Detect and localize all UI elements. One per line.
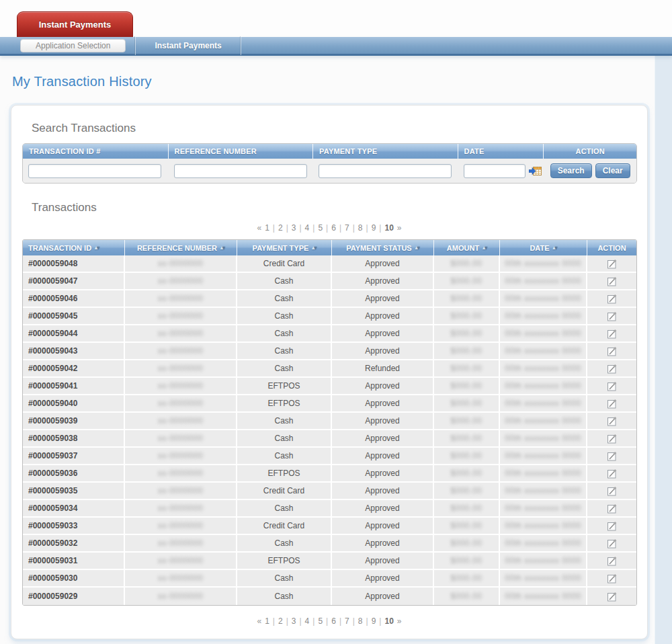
pagination-page-2[interactable]: 2: [278, 616, 283, 626]
payment-status-cell: Approved: [332, 518, 434, 534]
header-payment-status[interactable]: PAYMENT STATUS: [332, 240, 434, 255]
pagination-page-10[interactable]: 10: [384, 616, 393, 626]
payment-type-input[interactable]: [319, 164, 452, 178]
edit-icon[interactable]: [607, 486, 617, 496]
pagination-prev[interactable]: «: [257, 223, 261, 233]
payment-type-cell: Credit Card: [237, 483, 332, 499]
edit-icon[interactable]: [607, 451, 617, 461]
date-cell: 00th xxxxxxxx 0000: [500, 343, 587, 359]
window-right-gutter: [655, 0, 672, 644]
action-cell: [587, 273, 636, 289]
header-reference-number[interactable]: REFERENCE NUMBER: [125, 240, 237, 255]
calendar-icon[interactable]: [529, 166, 542, 176]
transaction-id-cell: #0000059038: [23, 430, 125, 446]
instant-payments-app-tab[interactable]: Instant Payments: [17, 11, 133, 37]
pagination-page-7[interactable]: 7: [345, 223, 349, 233]
edit-icon[interactable]: [607, 469, 617, 479]
header-date[interactable]: DATE: [500, 240, 587, 255]
redacted-date: 00th xxxxxxxx 0000: [505, 592, 581, 601]
pagination-page-4[interactable]: 4: [305, 223, 310, 233]
table-row: #0000059034 xx-0000000 Cash Approved $00…: [23, 500, 636, 518]
payment-type-cell: EFTPOS: [237, 378, 332, 394]
payment-type-cell: Cash: [237, 290, 332, 307]
edit-icon[interactable]: [607, 329, 617, 339]
edit-icon[interactable]: [607, 311, 617, 321]
redacted-amount: $000.00: [451, 573, 482, 583]
edit-icon[interactable]: [607, 276, 617, 286]
redacted-date: 00th xxxxxxxx 0000: [505, 399, 581, 408]
sort-up-down-icon[interactable]: [553, 245, 557, 251]
header-amount[interactable]: AMOUNT: [434, 240, 500, 255]
pagination-prev[interactable]: «: [257, 616, 261, 626]
edit-icon[interactable]: [607, 556, 617, 566]
pagination-separator: |: [379, 616, 381, 626]
search-form: TRANSACTION ID # REFERENCE NUMBER PAYMEN…: [22, 143, 637, 184]
edit-icon[interactable]: [607, 294, 617, 304]
pagination-next[interactable]: »: [397, 616, 402, 626]
header-payment-type[interactable]: PAYMENT TYPE: [237, 240, 332, 255]
redacted-amount: $000.00: [451, 521, 482, 530]
redacted-reference: xx-0000000: [158, 259, 204, 268]
transaction-id-cell: #0000059039: [23, 413, 125, 429]
edit-icon[interactable]: [607, 416, 617, 426]
header-label: PAYMENT TYPE: [253, 244, 309, 252]
edit-icon[interactable]: [607, 381, 617, 391]
transaction-id-cell: #0000059031: [23, 553, 125, 569]
nav-item-instant-payments[interactable]: Instant Payments: [136, 41, 240, 50]
action-cell: [587, 535, 636, 551]
edit-icon[interactable]: [607, 259, 617, 269]
pagination-separator: |: [353, 223, 355, 233]
amount-cell: $000.00: [434, 465, 500, 481]
transaction-id-input[interactable]: [28, 164, 161, 178]
amount-cell: $000.00: [434, 343, 500, 359]
edit-icon[interactable]: [607, 434, 617, 444]
reference-number-cell: xx-0000000: [125, 535, 237, 551]
pagination-page-8[interactable]: 8: [358, 616, 363, 626]
date-input[interactable]: [464, 164, 526, 178]
pagination-page-3[interactable]: 3: [292, 223, 296, 233]
sort-up-down-icon[interactable]: [220, 245, 224, 251]
edit-icon[interactable]: [607, 346, 617, 356]
sort-up-down-icon[interactable]: [312, 245, 316, 251]
sort-up-down-icon[interactable]: [415, 245, 419, 251]
edit-icon[interactable]: [607, 592, 617, 602]
edit-icon[interactable]: [607, 538, 617, 549]
search-button[interactable]: Search: [550, 163, 592, 178]
pagination-page-5[interactable]: 5: [318, 616, 323, 626]
transaction-id-cell: #0000059037: [23, 448, 125, 464]
reference-number-cell: xx-0000000: [125, 378, 237, 394]
transaction-id-cell: #0000059030: [23, 570, 125, 586]
sort-up-down-icon[interactable]: [95, 245, 99, 251]
payment-type-cell: Cash: [237, 343, 332, 359]
pagination-page-9[interactable]: 9: [372, 223, 376, 233]
edit-icon[interactable]: [607, 504, 617, 514]
edit-icon[interactable]: [607, 364, 617, 374]
pagination-page-7[interactable]: 7: [345, 616, 349, 626]
redacted-amount: $000.00: [451, 538, 482, 548]
pagination-page-3[interactable]: 3: [292, 616, 296, 626]
redacted-reference: xx-0000000: [158, 276, 204, 286]
pagination-page-9[interactable]: 9: [372, 616, 376, 626]
pagination-page-1[interactable]: 1: [265, 616, 269, 626]
application-selection-button[interactable]: Application Selection: [20, 39, 126, 52]
pagination-page-4[interactable]: 4: [305, 616, 310, 626]
transaction-id-cell: #0000059048: [23, 255, 125, 272]
search-col-action: ACTION: [544, 144, 636, 159]
pagination-page-5[interactable]: 5: [318, 223, 323, 233]
edit-icon[interactable]: [607, 573, 617, 583]
pagination-page-10[interactable]: 10: [384, 223, 393, 233]
reference-number-input[interactable]: [174, 164, 307, 178]
payment-status-cell: Approved: [332, 553, 434, 569]
pagination-page-1[interactable]: 1: [265, 223, 269, 233]
amount-cell: $000.00: [434, 308, 500, 324]
pagination-page-2[interactable]: 2: [278, 223, 283, 233]
pagination-next[interactable]: »: [397, 223, 402, 233]
sort-up-down-icon[interactable]: [482, 245, 487, 251]
clear-button[interactable]: Clear: [595, 163, 630, 178]
edit-icon[interactable]: [607, 521, 617, 531]
edit-icon[interactable]: [607, 399, 617, 409]
pagination-page-6[interactable]: 6: [331, 223, 336, 233]
pagination-page-6[interactable]: 6: [331, 616, 336, 626]
header-transaction-id[interactable]: TRANSACTION ID: [23, 240, 125, 255]
pagination-page-8[interactable]: 8: [358, 223, 363, 233]
